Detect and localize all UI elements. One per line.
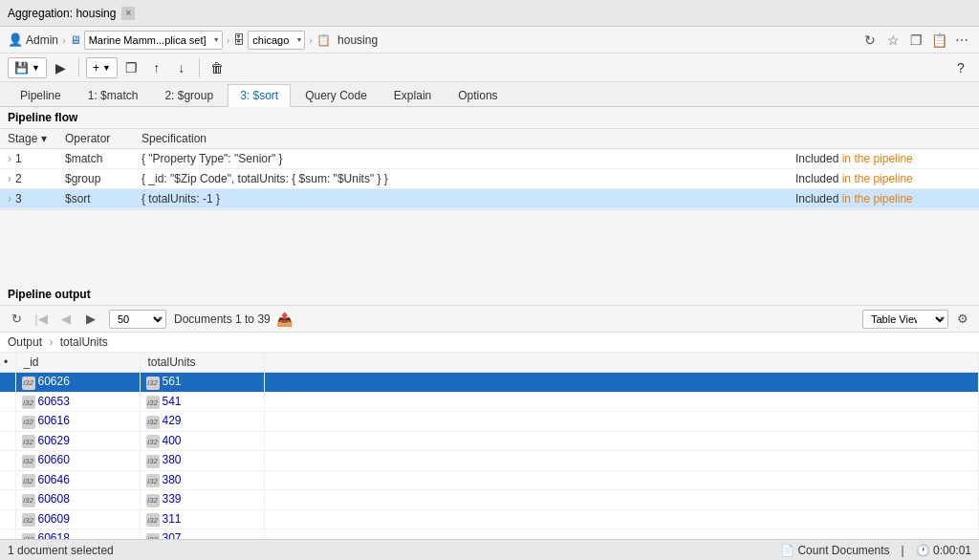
stage-number: ›2 xyxy=(0,169,57,189)
pipeline-spacer xyxy=(0,209,979,284)
output-row[interactable]: i3260626 i32561 xyxy=(0,373,979,393)
status-bar-right: 📄 Count Documents | 🕐 0:00:01 xyxy=(780,544,971,557)
row-id: i3260609 xyxy=(15,509,140,529)
row-totalunits: i32380 xyxy=(140,451,264,471)
tab-explain[interactable]: Explain xyxy=(381,83,444,106)
output-refresh-button[interactable]: ↻ xyxy=(6,309,27,330)
output-prev-button[interactable]: ◀ xyxy=(55,309,76,330)
output-row[interactable]: i3260646 i32380 xyxy=(0,470,979,490)
output-row[interactable]: i3260609 i32311 xyxy=(0,509,979,529)
id-cell-icon: i32 xyxy=(22,435,35,448)
output-col-empty xyxy=(264,353,979,373)
page-size-wrapper: 50 100 200 xyxy=(109,310,166,329)
pipeline-row[interactable]: ›2 $group { _id: "$Zip Code", totalUnits… xyxy=(0,169,979,189)
page-size-select[interactable]: 50 100 200 xyxy=(109,310,166,329)
move-up-button[interactable]: ↑ xyxy=(146,57,167,78)
output-table: • _id totalUnits i3260626 i32561 i326065… xyxy=(0,353,979,539)
units-cell-icon: i32 xyxy=(146,455,160,468)
tab-group[interactable]: 2: $group xyxy=(152,83,226,106)
chicago-dropdown[interactable]: chicago xyxy=(248,31,305,50)
output-col-id: _id xyxy=(15,353,140,373)
output-row[interactable]: i3260618 i32307 xyxy=(0,529,979,540)
row-id: i3260626 xyxy=(15,373,140,393)
count-docs-button[interactable]: 📄 Count Documents xyxy=(780,544,889,557)
units-cell-icon: i32 xyxy=(146,494,160,507)
breadcrumb-sep-1: › xyxy=(62,34,66,46)
paste-icon-btn[interactable]: 📋 xyxy=(929,31,948,50)
row-id: i3260646 xyxy=(15,470,140,490)
stage-specification: { totalUnits: -1 } xyxy=(134,189,788,209)
add-icon: + xyxy=(93,61,99,75)
stage-status: Included in the pipeline xyxy=(788,149,979,169)
output-row[interactable]: i3260608 i32339 xyxy=(0,490,979,510)
units-cell-icon: i32 xyxy=(146,533,160,540)
duplicate-button[interactable]: ❐ xyxy=(121,57,142,78)
id-cell-icon: i32 xyxy=(22,416,35,429)
row-empty xyxy=(264,529,979,540)
row-dot xyxy=(0,392,15,412)
row-empty xyxy=(264,431,979,451)
pipeline-row[interactable]: ›3 $sort { totalUnits: -1 } Included in … xyxy=(0,189,979,209)
pipeline-table: Stage ▾ Operator Specification ›1 $match… xyxy=(0,129,979,209)
title-bar: Aggregation: housing × xyxy=(0,0,979,27)
output-path-root: Output xyxy=(8,335,42,349)
stage-operator: $group xyxy=(57,169,134,189)
save-button[interactable]: 💾 ▼ xyxy=(8,57,47,78)
row-dot xyxy=(0,373,15,393)
copy2-icon-btn[interactable]: ❐ xyxy=(906,31,925,50)
status-bar: 1 document selected 📄 Count Documents | … xyxy=(0,539,979,560)
more-icon-btn[interactable]: ⋯ xyxy=(952,31,971,50)
view-select-wrapper: Table View JSON View ⚙ xyxy=(862,309,973,330)
tab-sort[interactable]: 3: $sort xyxy=(228,84,291,107)
tab-match[interactable]: 1: $match xyxy=(76,83,151,106)
output-first-button[interactable]: |◀ xyxy=(31,309,52,330)
save-icon: 💾 xyxy=(14,61,29,75)
pipeline-section: Pipeline flow Stage ▾ Operator Specifica… xyxy=(0,107,979,209)
close-button[interactable]: × xyxy=(121,7,135,20)
units-cell-icon: i32 xyxy=(146,416,160,429)
units-cell-icon: i32 xyxy=(146,396,160,409)
tab-querycode[interactable]: Query Code xyxy=(293,83,380,106)
add-stage-button[interactable]: + ▼ xyxy=(86,57,118,78)
row-empty xyxy=(264,392,979,412)
output-row[interactable]: i3260616 i32429 xyxy=(0,412,979,432)
breadcrumb-toolbar-right: ↻ ☆ ❐ 📋 ⋯ xyxy=(860,31,971,50)
row-id: i3260653 xyxy=(15,392,140,412)
row-dot xyxy=(0,451,15,471)
save-dropdown-arrow: ▼ xyxy=(32,63,40,73)
view-select[interactable]: Table View JSON View xyxy=(862,310,948,329)
output-table-wrapper[interactable]: • _id totalUnits i3260626 i32561 i326065… xyxy=(0,353,979,539)
col-operator: Operator xyxy=(57,129,134,149)
row-totalunits: i32429 xyxy=(140,412,264,432)
tab-options[interactable]: Options xyxy=(446,83,510,106)
toolbar-right: ? xyxy=(950,57,971,78)
run-button[interactable]: ▶ xyxy=(51,57,72,78)
output-row[interactable]: i3260653 i32541 xyxy=(0,392,979,412)
stage-arrow: › xyxy=(8,152,11,165)
star-icon-btn[interactable]: ☆ xyxy=(883,31,903,50)
move-down-button[interactable]: ↓ xyxy=(171,57,192,78)
time-label: 🕐 0:00:01 xyxy=(916,544,971,557)
pipeline-row[interactable]: ›1 $match { "Property Type": "Senior" } … xyxy=(0,149,979,169)
id-cell-icon: i32 xyxy=(22,533,35,540)
output-section-header: Pipeline output xyxy=(0,284,979,306)
row-empty xyxy=(264,509,979,529)
output-section: Pipeline output ↻ |◀ ◀ ▶ 50 100 200 Docu… xyxy=(0,284,979,539)
help-button[interactable]: ? xyxy=(950,57,971,78)
view-settings-button[interactable]: ⚙ xyxy=(952,309,973,330)
view-dropdown-wrapper: Table View JSON View xyxy=(862,310,948,329)
id-cell-icon: i32 xyxy=(22,513,35,527)
replica-dropdown[interactable]: Marine Mamm...plica set] xyxy=(84,31,223,50)
tab-pipeline[interactable]: Pipeline xyxy=(8,83,74,106)
export-button[interactable]: 📤 xyxy=(274,309,295,330)
output-row[interactable]: i3260660 i32380 xyxy=(0,451,979,471)
delete-button[interactable]: 🗑 xyxy=(207,57,228,78)
title-bar-text: Aggregation: housing xyxy=(8,7,116,20)
row-empty xyxy=(264,373,979,393)
refresh-icon-btn[interactable]: ↻ xyxy=(860,31,880,50)
output-row[interactable]: i3260629 i32400 xyxy=(0,431,979,451)
id-cell-icon: i32 xyxy=(22,377,35,390)
output-next-button[interactable]: ▶ xyxy=(80,309,101,330)
id-cell-icon: i32 xyxy=(22,455,35,468)
row-empty xyxy=(264,470,979,490)
